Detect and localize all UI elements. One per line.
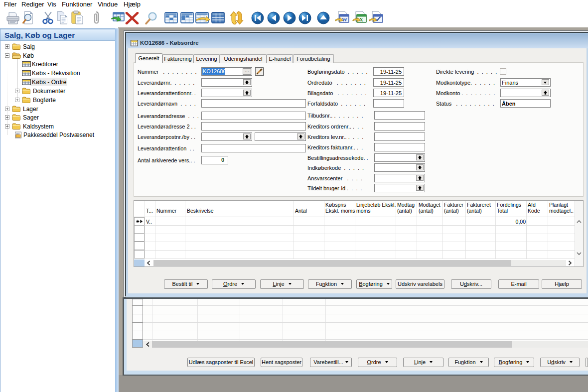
- svg-text:X: X: [359, 16, 363, 22]
- svg-text:W: W: [342, 16, 347, 22]
